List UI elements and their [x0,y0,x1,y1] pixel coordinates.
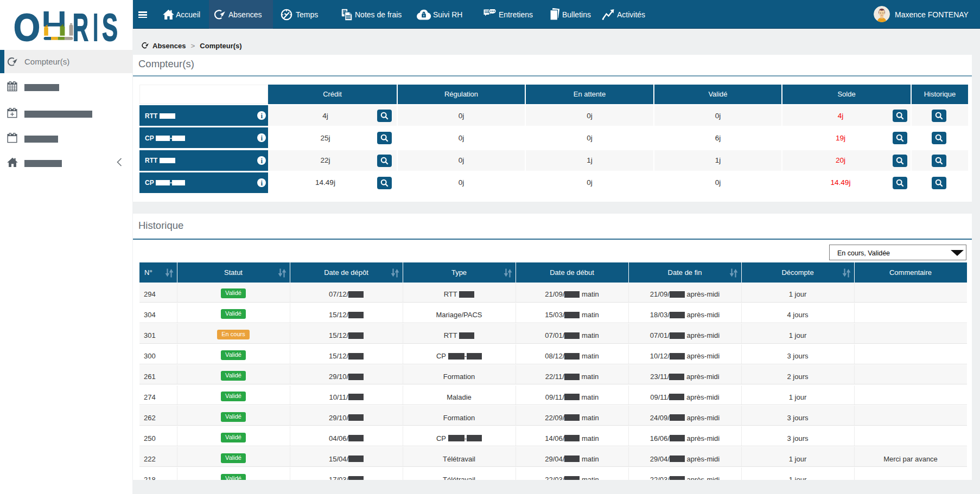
svg-text:I: I [93,6,99,49]
svg-text:O: O [14,6,40,49]
svg-text:R: R [73,6,88,49]
svg-text:S: S [102,6,118,49]
svg-text:i: i [260,112,263,120]
svg-text:i: i [260,156,263,164]
svg-text:i: i [260,178,263,187]
svg-text:i: i [260,134,263,142]
